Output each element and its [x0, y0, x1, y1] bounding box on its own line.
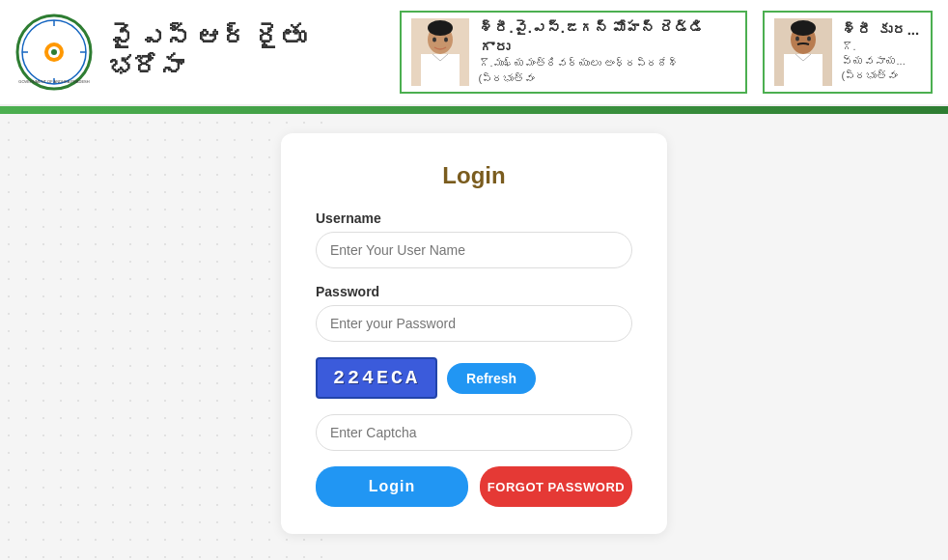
username-label: Username: [316, 210, 632, 226]
svg-point-12: [428, 20, 453, 36]
refresh-button[interactable]: Refresh: [447, 363, 536, 394]
svg-point-20: [795, 37, 799, 42]
captcha-input-group: [316, 414, 632, 451]
svg-rect-13: [421, 54, 460, 86]
main-content: Login Username Password 224ECA Refresh L…: [0, 114, 948, 560]
svg-point-15: [444, 38, 448, 42]
captcha-row: 224ECA Refresh: [316, 357, 632, 399]
site-title: వై ఎస్ ఆర్ రైతు భరోసా: [108, 22, 384, 82]
dot-background: [0, 114, 328, 560]
person2-title: గౌ. వ్యవసాయ... (ప్రభుత్వం: [842, 40, 921, 84]
svg-point-14: [432, 38, 436, 42]
captcha-input[interactable]: [316, 414, 632, 451]
person2-card: శ్రీ కుర... గౌ. వ్యవసాయ... (ప్రభుత్వం: [763, 11, 933, 94]
ap-logo: GOVERNMENT OF ANDHRA PRADESH: [15, 14, 93, 91]
person2-photo: [774, 18, 832, 86]
svg-rect-19: [784, 54, 823, 86]
login-title: Login: [316, 162, 632, 189]
person1-card: శ్రీ.వై.ఎస్.జగన్ మోహన్ రెడ్డి గారు గౌ.ము…: [400, 11, 747, 94]
captcha-image: 224ECA: [316, 357, 437, 399]
password-label: Password: [316, 284, 632, 299]
login-card: Login Username Password 224ECA Refresh L…: [281, 133, 667, 534]
green-accent-bar: [0, 106, 948, 114]
password-group: Password: [316, 284, 632, 342]
svg-text:GOVERNMENT OF ANDHRA PRADESH: GOVERNMENT OF ANDHRA PRADESH: [18, 79, 89, 84]
person1-title: గౌ.ముఖ్యమంత్రివర్యులు అంధ్రప్రదేశ్ (ప్రభ…: [479, 56, 736, 86]
forgot-password-button[interactable]: FORGOT PASSWORD: [480, 466, 632, 507]
person1-name: శ్రీ.వై.ఎస్.జగన్ మోహన్ రెడ్డి గారు: [479, 18, 736, 56]
person2-info: శ్రీ కుర... గౌ. వ్యవసాయ... (ప్రభుత్వం: [842, 20, 921, 84]
svg-point-4: [51, 49, 57, 55]
username-group: Username: [316, 210, 632, 268]
person2-name: శ్రీ కుర...: [842, 20, 921, 40]
password-input[interactable]: [316, 305, 632, 342]
person1-info: శ్రీ.వై.ఎస్.జగన్ మోహన్ రెడ్డి గారు గౌ.ము…: [479, 18, 736, 86]
svg-point-21: [807, 37, 811, 42]
login-button[interactable]: Login: [316, 466, 468, 507]
username-input[interactable]: [316, 232, 632, 268]
header: GOVERNMENT OF ANDHRA PRADESH వై ఎస్ ఆర్ …: [0, 0, 948, 106]
svg-point-18: [791, 20, 816, 36]
person1-photo: [411, 18, 469, 86]
action-buttons: Login FORGOT PASSWORD: [316, 466, 632, 507]
